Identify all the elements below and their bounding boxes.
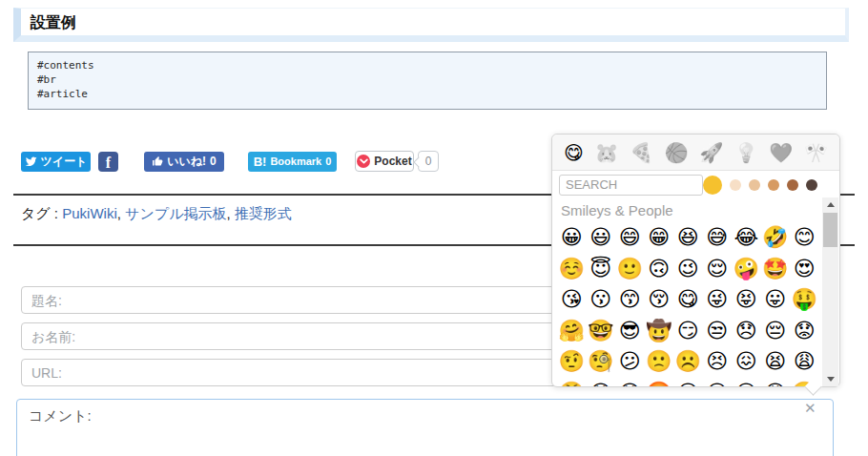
emoji-cell[interactable]: 😛	[761, 284, 791, 316]
emoji-cell[interactable]: 😉	[673, 254, 703, 285]
emoji-cell[interactable]: 😊	[790, 222, 819, 254]
emoji-cell[interactable]: 😩	[790, 346, 819, 378]
tag-links: PukiWiki, サンプル掲示板, 推奨形式	[62, 205, 292, 221]
emoji-cell[interactable]: 😕	[615, 346, 645, 378]
hatena-label: Bookmark	[270, 155, 321, 167]
category-food-drink-icon[interactable]: 🍕	[630, 143, 653, 162]
tag-link[interactable]: 推奨形式	[235, 205, 292, 221]
emoji-cell[interactable]: 🤑	[790, 284, 819, 316]
category-symbols-icon[interactable]: ❤️	[769, 143, 793, 162]
emoji-cell[interactable]: 😜	[703, 284, 733, 316]
tag-link[interactable]: PukiWiki	[62, 205, 117, 221]
skin-tone-swatch[interactable]	[703, 176, 722, 195]
skin-tone-picker	[703, 176, 838, 195]
emoji-cell[interactable]: 😣	[703, 346, 733, 378]
pocket-save-button[interactable]: Pocket	[355, 151, 414, 172]
emoji-cell[interactable]: 😟	[790, 316, 819, 347]
tweet-button[interactable]: ツイート	[21, 152, 91, 172]
emoji-cell[interactable]: 🤣	[761, 222, 791, 254]
wiki-source-code: #contents #br #article	[28, 52, 827, 110]
emoji-cell[interactable]: 😘	[557, 284, 587, 316]
hatena-bookmark-button[interactable]: B! Bookmark 0	[248, 152, 337, 172]
emoji-cell[interactable]: 🤪	[732, 254, 761, 285]
skin-tone-swatch[interactable]	[730, 179, 741, 191]
like-button-label: いいね!	[167, 154, 206, 170]
emoji-cell[interactable]: 😀	[557, 222, 587, 254]
scrollbar[interactable]	[822, 197, 838, 386]
emoji-cell[interactable]: ☹️	[673, 346, 703, 378]
category-animals-nature-icon[interactable]: 🐹	[594, 143, 618, 162]
emoji-cell[interactable]: 🤨	[557, 346, 587, 378]
emoji-cell[interactable]: 😗	[587, 284, 616, 316]
scroll-down-icon[interactable]	[822, 372, 838, 386]
tag-row: タグ : PukiWiki, サンプル掲示板, 推奨形式	[21, 205, 292, 223]
emoji-cell[interactable]: 😞	[732, 316, 761, 347]
emoji-cell[interactable]: 🙂	[615, 254, 645, 285]
emoji-cell[interactable]: 😋	[673, 284, 703, 316]
share-button-row: ツイート f いいね! 0 B! Bookmark 0 Pocket 0	[21, 151, 439, 172]
emoji-cell[interactable]: 😏	[673, 316, 703, 347]
hatena-b-icon: B!	[254, 155, 267, 169]
facebook-share-button[interactable]: f	[98, 152, 118, 172]
scrollbar-thumb[interactable]	[823, 213, 837, 247]
emoji-cell[interactable]: 🤗	[557, 316, 587, 347]
emoji-cell[interactable]: 😤	[557, 378, 587, 387]
emoji-cell[interactable]: 🙃	[645, 254, 674, 285]
emoji-cell[interactable]: 🤠	[645, 316, 674, 347]
pocket-label: Pocket	[374, 155, 411, 168]
emoji-cell[interactable]: 😃	[587, 222, 616, 254]
emoji-cell[interactable]: 😁	[645, 222, 674, 254]
emoji-cell[interactable]: 😄	[615, 222, 645, 254]
emoji-cell[interactable]: 😍	[790, 254, 819, 285]
skin-tone-swatch[interactable]	[806, 179, 817, 191]
emoji-cell[interactable]: 😎	[615, 316, 645, 347]
category-smileys-people-icon[interactable]: 😋	[564, 143, 584, 162]
emoji-cell[interactable]: 😐	[703, 378, 733, 387]
emoji-picker-panel: 😋🐹🍕🏀🚀💡❤️🎌 Smileys & People 😀😃😄😁😆😅😂🤣😊☺️😇🙂…	[551, 134, 840, 387]
emoji-grid: 😀😃😄😁😆😅😂🤣😊☺️😇🙂🙃😉😌🤪🤩😍😘😗😙😚😋😜😝😛🤑🤗🤓😎🤠😏😒😞😔😟🤨🧐😕…	[557, 222, 819, 386]
emoji-cell[interactable]: 😠	[587, 378, 616, 387]
emoji-cell[interactable]: 😡	[615, 378, 645, 387]
emoji-cell[interactable]: 😯	[761, 378, 791, 387]
skin-tone-swatch[interactable]	[749, 179, 760, 191]
emoji-cell[interactable]: 🤓	[587, 316, 616, 347]
emoji-cell[interactable]: 😫	[761, 346, 791, 378]
emoji-cell[interactable]: 😔	[761, 316, 791, 347]
page-title: 設置例	[13, 8, 849, 42]
emoji-cell[interactable]: 😂	[732, 222, 761, 254]
emoji-cell[interactable]: 🧐	[587, 346, 616, 378]
emoji-search-row	[552, 172, 839, 197]
like-count: 0	[210, 155, 217, 168]
scroll-up-icon[interactable]	[822, 197, 838, 212]
emoji-cell[interactable]: ☺️	[557, 254, 587, 285]
emoji-cell[interactable]: 😌	[703, 254, 733, 285]
facebook-like-button[interactable]: いいね! 0	[144, 152, 224, 172]
emoji-search-input[interactable]	[559, 175, 703, 196]
emoji-cell[interactable]: 😖	[732, 346, 761, 378]
tag-link[interactable]: サンプル掲示板	[125, 205, 226, 221]
emoji-cell[interactable]: 😚	[645, 284, 674, 316]
emoji-cell[interactable]: 😇	[587, 254, 616, 285]
skin-tone-swatch[interactable]	[768, 179, 779, 191]
hatena-count: 0	[325, 155, 331, 167]
skin-tone-swatch[interactable]	[787, 179, 798, 191]
emoji-cell[interactable]: 😑	[732, 378, 761, 387]
emoji-cell[interactable]: 😆	[673, 222, 703, 254]
emoji-cell[interactable]: 😙	[615, 284, 645, 316]
emoji-cell[interactable]: 😒	[703, 316, 733, 347]
emoji-cell[interactable]: 😶	[673, 378, 703, 387]
emoji-cell[interactable]: 🙁	[645, 346, 674, 378]
pocket-logo-icon	[357, 155, 370, 168]
comment-textarea[interactable]	[16, 399, 834, 456]
pocket-count-bubble: 0	[418, 151, 439, 172]
category-activity-icon[interactable]: 🏀	[665, 143, 689, 162]
emoji-cell[interactable]: 😝	[732, 284, 761, 316]
emoji-cell[interactable]: 😅	[703, 222, 733, 254]
category-flags-icon[interactable]: 🎌	[804, 143, 828, 162]
thumbs-up-icon	[152, 155, 163, 167]
close-icon[interactable]: ✕	[804, 400, 816, 417]
emoji-cell[interactable]: 🤬	[645, 378, 674, 387]
category-travel-places-icon[interactable]: 🚀	[699, 143, 723, 162]
emoji-cell[interactable]: 🤩	[761, 254, 791, 285]
category-objects-icon[interactable]: 💡	[734, 143, 758, 162]
